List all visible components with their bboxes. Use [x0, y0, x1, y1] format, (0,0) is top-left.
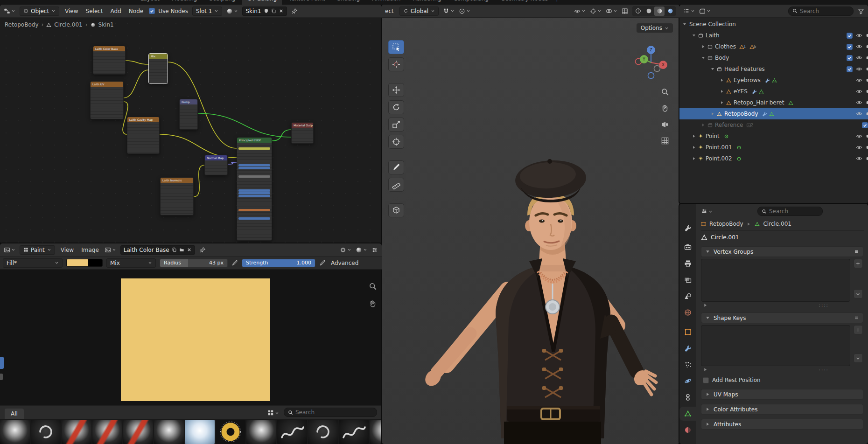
properties-search-input[interactable] [769, 208, 819, 215]
display-mode-button[interactable] [699, 8, 711, 14]
gizmos-button[interactable] [590, 8, 602, 14]
shader-node-principled-bsdf[interactable]: Principled BSDF [237, 137, 272, 241]
outliner-search[interactable] [788, 7, 854, 16]
camera-render-visibility-icon[interactable] [866, 111, 868, 117]
shape-keys-panel-header[interactable]: Shape Keys [701, 312, 863, 323]
fill-tool-dropdown[interactable]: Fill* [3, 258, 63, 268]
shelf-display-button[interactable] [267, 409, 279, 416]
editor-type-button[interactable] [683, 8, 695, 14]
outliner-row-point[interactable]: Point [679, 131, 868, 142]
shader-node-normal-map[interactable]: Normal Map [204, 155, 228, 175]
workspace-tab-rendering[interactable]: Rendering [407, 0, 446, 5]
pressure-toggle-icon[interactable] [319, 260, 326, 266]
eye-visibility-icon[interactable] [856, 88, 862, 95]
tool-scale[interactable] [388, 118, 404, 132]
camera-render-visibility-icon[interactable] [866, 133, 868, 139]
collection-checkbox[interactable] [862, 122, 868, 128]
workspace-tab-geometry-nodes[interactable]: Geometry Nodes [496, 0, 553, 5]
shader-node-laith-uv[interactable]: Laith UV [90, 81, 124, 119]
brush-thumb-8[interactable] [216, 420, 245, 444]
tool-annotate[interactable] [388, 160, 404, 174]
eye-visibility-icon[interactable] [856, 32, 862, 39]
workspace-tab-uv-editing[interactable]: UV Editing [242, 0, 282, 5]
chevron-right-icon[interactable] [701, 44, 706, 49]
properties-tab-render[interactable] [679, 240, 696, 254]
navigation-gizmo[interactable]: ZYX [633, 45, 669, 80]
panel-menu-icon[interactable] [854, 249, 859, 254]
shape-key-specials-button[interactable] [854, 354, 863, 363]
texture-image[interactable] [121, 278, 270, 401]
shader-menu-node[interactable]: Node [127, 8, 145, 14]
chevron-right-icon[interactable] [692, 156, 696, 161]
workspace-tab-sculpting[interactable]: Sculpting [204, 0, 240, 5]
image-browse-button[interactable] [105, 247, 116, 253]
tool-move[interactable] [388, 83, 404, 97]
panel-header-uv-maps[interactable]: UV Maps [701, 389, 863, 400]
workspace-tab-compositing[interactable]: Compositing [448, 0, 494, 5]
camera-render-visibility-icon[interactable] [866, 99, 868, 106]
shader-node-mix[interactable]: Mix [148, 53, 168, 84]
zoom-icon[interactable] [661, 88, 669, 96]
eye-visibility-icon[interactable] [856, 144, 862, 151]
menu-select-clipped[interactable]: ect [384, 8, 395, 14]
pressure-toggle-icon[interactable] [231, 260, 238, 266]
workspace-tab-modeling[interactable]: Modeling [167, 0, 203, 5]
copy-icon[interactable] [271, 8, 276, 14]
eye-visibility-icon[interactable] [856, 99, 862, 106]
chevron-down-icon[interactable] [701, 56, 706, 60]
overlays-button[interactable] [606, 8, 617, 14]
brush-thumb-2[interactable] [31, 420, 61, 444]
add-vertex-group-button[interactable] [854, 259, 863, 268]
properties-tab-particles[interactable] [679, 358, 696, 372]
properties-tab-object[interactable] [679, 325, 696, 339]
vertex-groups-panel-header[interactable]: Vertex Groups [701, 246, 863, 257]
advanced-popover-button[interactable]: Advanced [329, 260, 360, 266]
ortho-grid-icon[interactable] [661, 137, 669, 145]
properties-tab-tool[interactable] [679, 221, 696, 235]
material-browse-button[interactable] [226, 8, 238, 14]
shader-node-laith-normals[interactable]: Laith Normals [160, 177, 194, 215]
options-dropdown[interactable]: Options [637, 23, 673, 33]
chevron-right-icon[interactable] [720, 100, 724, 105]
outliner-row-retopo-hair-beret[interactable]: Retopo_Hair beret [679, 97, 868, 108]
pan-hand-icon[interactable] [661, 104, 669, 112]
primary-color[interactable] [67, 259, 88, 266]
view-settings-button[interactable] [356, 247, 367, 253]
shader-menu-add[interactable]: Add [109, 8, 123, 14]
outliner-row-head-features[interactable]: Head Features [679, 63, 868, 75]
chevron-right-icon[interactable] [701, 123, 706, 127]
properties-search[interactable] [757, 207, 823, 216]
subpanel-collapsed-icon[interactable] [703, 367, 708, 372]
chevron-down-icon[interactable] [692, 33, 696, 38]
eye-visibility-icon[interactable] [856, 111, 862, 117]
shader-menu-select[interactable]: Select [84, 8, 105, 14]
camera-render-visibility-icon[interactable] [866, 144, 868, 151]
brush-thumb-6[interactable] [154, 420, 184, 444]
chevron-right-icon[interactable] [720, 89, 724, 94]
breadcrumb-item-circle-001[interactable]: Circle.001 [54, 21, 82, 28]
collection-checkbox[interactable] [847, 33, 853, 39]
chevron-right-icon[interactable] [710, 111, 715, 116]
editor-type-button[interactable] [4, 8, 15, 14]
brush-thumb-10[interactable] [277, 420, 307, 444]
outliner-row-eyebrows[interactable]: Eyebrows [679, 75, 868, 86]
clipped-tool-button[interactable] [0, 357, 4, 369]
material-slot-dropdown[interactable]: Slot 1 [192, 7, 222, 16]
shader-node-bump[interactable]: Bump [179, 99, 198, 130]
eye-visibility-icon[interactable] [856, 77, 862, 83]
breadcrumb-item-skin1[interactable]: Skin1 [98, 21, 114, 28]
camera-view-icon[interactable] [661, 120, 669, 129]
eye-visibility-icon[interactable] [856, 133, 862, 139]
workspace-tab-animation[interactable]: Animation [367, 0, 406, 5]
paint-mode-dropdown[interactable]: Paint [20, 245, 55, 255]
viewport-canvas[interactable]: Options ZYX [382, 5, 679, 444]
breadcrumb-object[interactable]: RetopoBody [709, 221, 743, 227]
workspace-tab-texture-paint[interactable]: Texture Paint [284, 0, 330, 5]
tool-add-cube[interactable] [388, 203, 404, 217]
outliner-row-laith[interactable]: Laith [679, 30, 868, 41]
properties-tab-constraints[interactable] [679, 390, 696, 404]
eye-visibility-icon[interactable] [856, 155, 862, 162]
outliner-row-clothes[interactable]: Clothes16 [679, 41, 868, 52]
camera-render-visibility-icon[interactable] [866, 32, 868, 39]
subpanel-collapsed-icon[interactable] [703, 303, 708, 308]
